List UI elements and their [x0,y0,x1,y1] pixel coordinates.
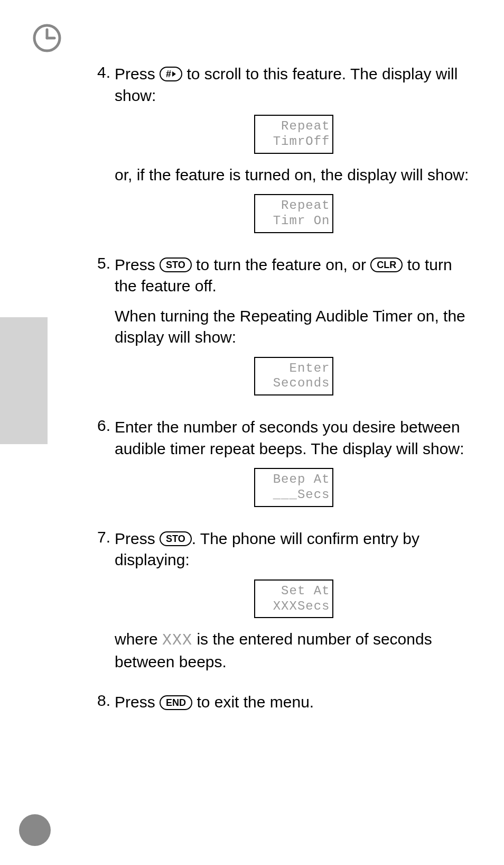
step-body: Press END to exit the menu. [115,692,472,722]
step-number: 6. [92,417,115,518]
lcd-line: Repeat [257,198,330,214]
step-number: 8. [92,692,115,722]
step-text: Press END to exit the menu. [115,692,472,713]
lcd-line: Repeat [257,119,330,134]
clock-icon [32,23,62,57]
manual-content: 4. Press # to scroll to this feature. Th… [92,63,472,732]
side-tab [0,317,48,444]
lcd-line: Set At [257,584,330,599]
key-end: END [160,695,192,710]
lcd-line: Timr On [257,214,330,229]
step-text: Press STO. The phone will confirm entry … [115,528,472,571]
step-number: 5. [92,254,115,407]
lcd-display: Repeat Timr On [254,194,333,233]
step-4: 4. Press # to scroll to this feature. Th… [92,63,472,244]
lcd-line: XXXSecs [257,599,330,614]
lcd-display: Repeat TimrOff [254,115,333,154]
step-text: or, if the feature is turned on, the dis… [115,164,472,186]
lcd-line: Beep At [257,472,330,487]
key-sto: STO [160,257,192,272]
lcd-line: Seconds [257,376,330,391]
text: where [115,630,162,648]
text: Press [115,693,160,711]
text: Press [115,530,160,547]
text: to turn the feature on, or [196,256,370,273]
step-text: Enter the number of seconds you desire b… [115,417,472,459]
key-label: # [166,69,171,79]
key-sto: STO [160,531,192,546]
lcd-display: Beep At ___Secs [254,468,333,507]
lcd-line: Enter [257,361,330,376]
key-hash: # [160,67,182,81]
text: to exit the menu. [197,693,314,711]
page-dot [19,814,51,846]
step-6: 6. Enter the number of seconds you desir… [92,417,472,518]
step-text: where XXX is the entered number of secon… [115,629,472,673]
step-body: Press STO to turn the feature on, or CLR… [115,254,472,407]
step-body: Enter the number of seconds you desire b… [115,417,472,518]
step-body: Press STO. The phone will confirm entry … [115,528,472,682]
step-text: Press # to scroll to this feature. The d… [115,63,472,106]
key-clr: CLR [370,257,403,272]
step-number: 7. [92,528,115,682]
step-7: 7. Press STO. The phone will confirm ent… [92,528,472,682]
lcd-display: Set At XXXSecs [254,579,333,619]
text: Press [115,65,160,82]
lcd-line: ___Secs [257,487,330,503]
step-text: When turning the Repeating Audible Timer… [115,306,472,348]
step-8: 8. Press END to exit the menu. [92,692,472,722]
step-5: 5. Press STO to turn the feature on, or … [92,254,472,407]
text: Press [115,256,160,273]
mono-text: XXX [162,631,192,649]
step-body: Press # to scroll to this feature. The d… [115,63,472,244]
arrow-right-icon [172,71,176,77]
lcd-display: Enter Seconds [254,357,333,396]
step-text: Press STO to turn the feature on, or CLR… [115,254,472,297]
lcd-line: TimrOff [257,134,330,150]
step-number: 4. [92,63,115,244]
